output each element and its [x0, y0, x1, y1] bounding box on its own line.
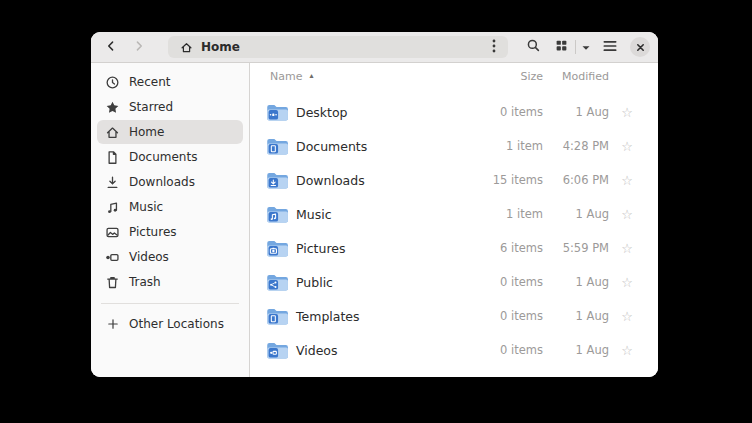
sidebar-item-label: Trash	[129, 275, 161, 289]
main-menu-button[interactable]	[598, 35, 622, 59]
file-name: Videos	[290, 343, 453, 358]
path-bar[interactable]: Home	[168, 36, 508, 58]
file-modified: 1 Aug	[543, 105, 609, 119]
file-size: 0 items	[453, 309, 543, 323]
file-size: 15 items	[453, 173, 543, 187]
star-toggle-icon[interactable]: ☆	[609, 174, 645, 187]
desktop-background: Home	[0, 0, 752, 423]
star-toggle-icon[interactable]: ☆	[609, 106, 645, 119]
file-modified: 1 Aug	[543, 207, 609, 221]
folder-downloads-icon	[266, 171, 289, 190]
sidebar-item-downloads[interactable]: Downloads	[97, 170, 243, 194]
chevron-right-icon	[132, 39, 146, 56]
view-grid-button[interactable]	[549, 35, 573, 59]
file-name: Templates	[290, 309, 453, 324]
folder-templates-icon	[266, 307, 289, 326]
file-row-music[interactable]: Music1 item1 Aug☆	[250, 197, 658, 231]
chevron-left-icon	[104, 39, 118, 56]
sidebar-item-home[interactable]: Home	[97, 120, 243, 144]
header-bar: Home	[91, 32, 658, 63]
sidebar-places-list: RecentStarredHomeDocumentsDownloadsMusic…	[97, 70, 243, 295]
sidebar-item-other-locations[interactable]: Other Locations	[97, 312, 243, 336]
file-row-pictures[interactable]: Pictures6 items5:59 PM☆	[250, 231, 658, 265]
grid-view-icon	[555, 39, 568, 55]
folder-pictures-icon	[266, 239, 289, 258]
forward-button[interactable]	[127, 35, 151, 59]
window-body: RecentStarredHomeDocumentsDownloadsMusic…	[91, 63, 658, 377]
file-modified: 1 Aug	[543, 275, 609, 289]
star-toggle-icon[interactable]: ☆	[609, 276, 645, 289]
column-header-modified[interactable]: Modified	[543, 70, 609, 83]
file-name: Public	[290, 275, 453, 290]
hamburger-menu-icon	[603, 40, 617, 55]
file-row-downloads[interactable]: Downloads15 items6:06 PM☆	[250, 163, 658, 197]
sidebar-item-label: Home	[129, 125, 164, 139]
sort-ascending-icon: ▴	[309, 72, 313, 80]
path-menu-button[interactable]	[484, 37, 504, 57]
file-size: 0 items	[453, 275, 543, 289]
sidebar-item-label: Other Locations	[129, 317, 224, 331]
file-size: 1 item	[453, 139, 543, 153]
file-list-view: Name ▴ Size Modified Desktop0 items1 Aug…	[250, 63, 658, 377]
downloads-icon	[105, 175, 120, 190]
close-icon	[636, 40, 645, 55]
sidebar-item-videos[interactable]: Videos	[97, 245, 243, 269]
sidebar-item-trash[interactable]: Trash	[97, 270, 243, 294]
home-icon	[105, 125, 120, 140]
sidebar: RecentStarredHomeDocumentsDownloadsMusic…	[91, 63, 250, 377]
search-icon	[526, 38, 541, 56]
videos-icon	[105, 250, 120, 265]
file-size: 0 items	[453, 343, 543, 357]
file-row-templates[interactable]: Templates0 items1 Aug☆	[250, 299, 658, 333]
file-name: Downloads	[290, 173, 453, 188]
file-modified: 5:59 PM	[543, 241, 609, 255]
column-header-name[interactable]: Name ▴	[270, 70, 453, 83]
breadcrumb-current-folder: Home	[201, 41, 240, 53]
sidebar-item-label: Music	[129, 200, 163, 214]
sidebar-item-label: Documents	[129, 150, 197, 164]
close-button[interactable]	[630, 37, 650, 57]
starred-icon	[105, 100, 120, 115]
file-size: 6 items	[453, 241, 543, 255]
folder-music-icon	[266, 205, 289, 224]
file-name: Documents	[290, 139, 453, 154]
search-button[interactable]	[521, 35, 545, 59]
star-toggle-icon[interactable]: ☆	[609, 344, 645, 357]
star-toggle-icon[interactable]: ☆	[609, 140, 645, 153]
star-toggle-icon[interactable]: ☆	[609, 310, 645, 323]
sidebar-item-starred[interactable]: Starred	[97, 95, 243, 119]
star-toggle-icon[interactable]: ☆	[609, 242, 645, 255]
sidebar-item-documents[interactable]: Documents	[97, 145, 243, 169]
file-row-videos[interactable]: Videos0 items1 Aug☆	[250, 333, 658, 367]
file-row-documents[interactable]: Documents1 item4:28 PM☆	[250, 129, 658, 163]
column-header-size[interactable]: Size	[453, 70, 543, 83]
folder-desktop-icon	[266, 103, 289, 122]
file-row-desktop[interactable]: Desktop0 items1 Aug☆	[250, 95, 658, 129]
home-icon	[179, 40, 194, 55]
file-size: 0 items	[453, 105, 543, 119]
file-name: Desktop	[290, 105, 453, 120]
sidebar-item-recent[interactable]: Recent	[97, 70, 243, 94]
sidebar-item-music[interactable]: Music	[97, 195, 243, 219]
column-name-label: Name	[270, 70, 302, 83]
sidebar-item-pictures[interactable]: Pictures	[97, 220, 243, 244]
file-modified: 4:28 PM	[543, 139, 609, 153]
music-icon	[105, 200, 120, 215]
file-modified: 1 Aug	[543, 343, 609, 357]
file-modified: 6:06 PM	[543, 173, 609, 187]
list-column-headers: Name ▴ Size Modified	[250, 63, 658, 89]
view-options-button[interactable]	[578, 35, 594, 59]
documents-icon	[105, 150, 120, 165]
trash-icon	[105, 275, 120, 290]
sidebar-item-label: Recent	[129, 75, 170, 89]
plus-icon	[105, 317, 120, 332]
back-button[interactable]	[99, 35, 123, 59]
kebab-menu-icon	[492, 39, 496, 56]
folder-documents-icon	[266, 137, 289, 156]
folder-videos-icon	[266, 341, 289, 360]
recent-icon	[105, 75, 120, 90]
sidebar-divider	[101, 303, 239, 304]
sidebar-item-label: Starred	[129, 100, 173, 114]
star-toggle-icon[interactable]: ☆	[609, 208, 645, 221]
file-row-public[interactable]: Public0 items1 Aug☆	[250, 265, 658, 299]
